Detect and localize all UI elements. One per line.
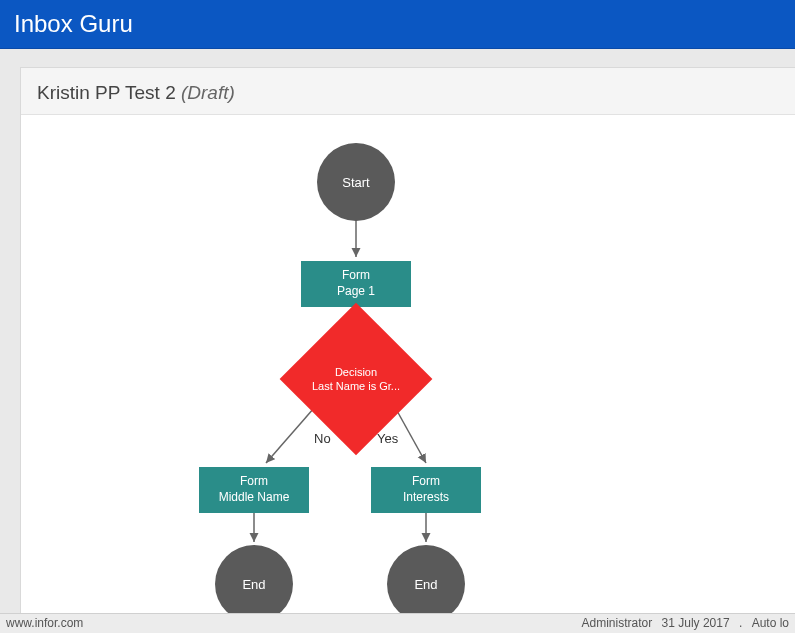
node-label-wrap: Decision Last Name is Gr... bbox=[282, 325, 430, 433]
app-root: Inbox Guru Kristin PP Test 2 (Draft) bbox=[0, 0, 795, 633]
node-label-line1: Form bbox=[412, 474, 440, 490]
flow-node-form-page1[interactable]: Form Page 1 bbox=[301, 261, 411, 307]
flow-node-form-interests[interactable]: Form Interests bbox=[371, 467, 481, 513]
flow-canvas[interactable]: Start Form Page 1 Decision Last Name is … bbox=[21, 115, 795, 613]
footer-date: 31 July 2017 bbox=[662, 616, 730, 630]
flow-node-decision[interactable]: Decision Last Name is Gr... bbox=[302, 325, 410, 433]
node-label-line2: Page 1 bbox=[337, 284, 375, 300]
footer-sep: . bbox=[739, 616, 742, 630]
footer-auto: Auto lo bbox=[752, 616, 789, 630]
app-title: Inbox Guru bbox=[14, 10, 133, 37]
footer-right: Administrator 31 July 2017 . Auto lo bbox=[576, 616, 789, 633]
workflow-name: Kristin PP Test 2 bbox=[37, 82, 176, 103]
node-label: End bbox=[242, 577, 265, 592]
status-bar: www.infor.com Administrator 31 July 2017… bbox=[0, 613, 795, 633]
workflow-panel: Kristin PP Test 2 (Draft) bbox=[20, 67, 795, 628]
workflow-title-bar: Kristin PP Test 2 (Draft) bbox=[21, 68, 795, 115]
app-header: Inbox Guru bbox=[0, 0, 795, 49]
node-label-line1: Form bbox=[342, 268, 370, 284]
node-label-line1: Form bbox=[240, 474, 268, 490]
node-label-line2: Interests bbox=[403, 490, 449, 506]
node-label-line2: Middle Name bbox=[219, 490, 290, 506]
node-label: Start bbox=[342, 175, 369, 190]
edge-label-no: No bbox=[314, 431, 331, 446]
flow-node-end-left[interactable]: End bbox=[215, 545, 293, 623]
workflow-status: (Draft) bbox=[181, 82, 235, 103]
flow-node-start[interactable]: Start bbox=[317, 143, 395, 221]
flow-node-form-middle-name[interactable]: Form Middle Name bbox=[199, 467, 309, 513]
node-label: End bbox=[414, 577, 437, 592]
flow-node-end-right[interactable]: End bbox=[387, 545, 465, 623]
footer-url: www.infor.com bbox=[6, 616, 83, 633]
node-label-line1: Decision bbox=[335, 365, 377, 379]
node-label-line2: Last Name is Gr... bbox=[312, 379, 400, 393]
footer-user: Administrator bbox=[582, 616, 653, 630]
edge-label-yes: Yes bbox=[377, 431, 398, 446]
